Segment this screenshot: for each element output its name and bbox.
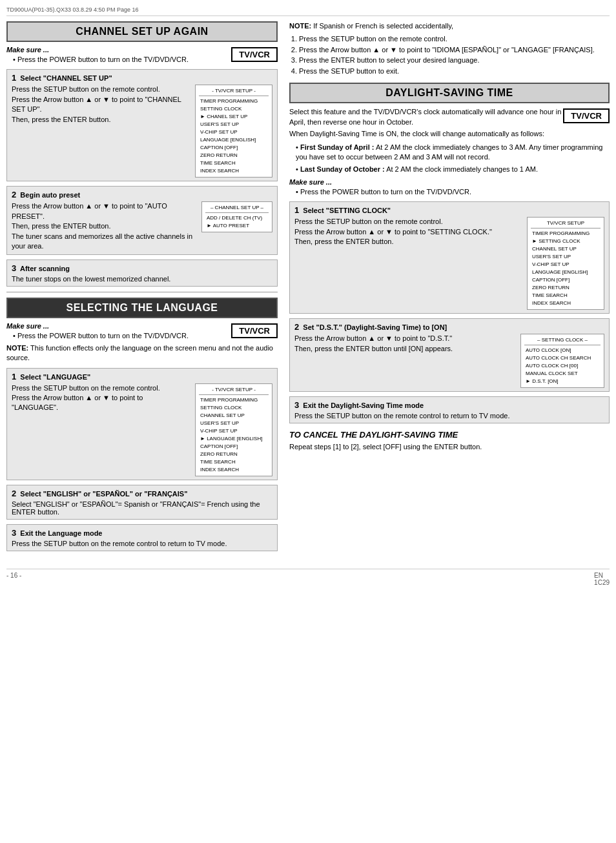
top-note: NOTE: If Spanish or French is selected a… [289,21,610,31]
channel-tv-vcr-badge: TV/VCR [231,47,278,62]
cancel-heading: TO CANCEL THE DAYLIGHT-SAVING TIME [289,430,610,440]
channel-step1-text: Press the SETUP button on the remote con… [12,85,190,125]
channel-step3: 3 After scanning The tuner stops on the … [6,259,278,287]
language-step1: 1 Select "LANGUAGE" Press the SETUP butt… [6,368,278,480]
dst-step1-menu: TV/VCR SETUP TIMER PROGRAMMING SETTING C… [527,217,604,310]
top-note-steps: Press the SETUP button on the remote con… [299,34,610,76]
channel-step2: 2 Begin auto preset Press the Arrow butt… [6,186,278,255]
channel-step3-body: The tuner stops on the lowest memorized … [12,275,272,283]
channel-step1: 1 Select "CHANNEL SET UP" Press the SETU… [6,69,278,181]
dst-section-title: DAYLIGHT-SAVING TIME [289,83,610,103]
divider1 [6,292,278,292]
dst-step1: 1 Select "SETTING CLOCK" Press the SETUP… [289,201,610,314]
channel-step1-menu: - TV/VCR SETUP - TIMER PROGRAMMING SETTI… [195,85,272,178]
language-step2-header: 2 Select "ENGLISH" or "ESPAÑOL" or "FRAN… [12,489,272,498]
language-step3-body: Press the SETUP button on the remote con… [12,540,272,547]
dst-bullet-1: First Sunday of April : At 2 AM the cloc… [296,143,610,163]
dst-step2-menu: – SETTING CLOCK – AUTO CLOCK [ON] AUTO C… [520,334,604,388]
dst-make-sure-list: Press the POWER button to turn on the TV… [296,187,610,197]
dst-tv-vcr-badge: TV/VCR [563,108,610,123]
page-footer: - 16 - EN 1C29 [6,569,610,586]
channel-setup-title: CHANNEL SET UP AGAIN [6,21,278,42]
left-column: CHANNEL SET UP AGAIN TV/VCR Make sure ..… [6,21,278,556]
dst-step3-body: Press the SETUP button on the remote con… [294,412,604,420]
dst-step1-content: Press the SETUP button on the remote con… [294,217,604,310]
page-header: TD900UA(P01-35).QX33 03.8.29 4:50 PM Pag… [6,6,610,16]
page-container: TD900UA(P01-35).QX33 03.8.29 4:50 PM Pag… [6,6,610,586]
dst-step2-header: 2 Set "D.S.T." (Daylight-Saving Time) to… [294,322,604,332]
dst-intro-2: When Daylight-Saving Time is ON, the clo… [289,129,610,139]
channel-step3-header: 3 After scanning [12,263,272,273]
footer-lang-model: EN 1C29 [594,572,610,586]
channel-step2-content: Press the Arrow button ▲ or ▼ to point t… [12,201,272,251]
dst-bullet-list: First Sunday of April : At 2 AM the cloc… [296,143,610,175]
language-note: NOTE: This function effects only the lan… [6,343,278,363]
language-step1-header: 1 Select "LANGUAGE" [12,372,272,381]
dst-step1-text: Press the SETUP button on the remote con… [294,217,522,247]
dst-make-sure-bullet: Press the POWER button to turn on the TV… [296,187,610,197]
channel-step1-content: Press the SETUP button on the remote con… [12,85,272,178]
language-tv-vcr-badge: TV/VCR [231,323,278,338]
cancel-body: Repeat steps [1] to [2], select [OFF] us… [289,442,610,452]
channel-step2-menu: – CHANNEL SET UP – ADD / DELETE CH (TV) … [201,201,272,232]
language-step1-text: Press the SETUP button on the remote con… [12,383,190,413]
dst-step2: 2 Set "D.S.T." (Daylight-Saving Time) to… [289,318,610,392]
dst-step3-header: 3 Exit the Daylight-Saving Time mode [294,400,604,410]
language-step3-header: 3 Exit the Language mode [12,528,272,538]
channel-step2-text: Press the Arrow button ▲ or ▼ to point t… [12,201,196,251]
language-section-title: SELECTING THE LANGUAGE [6,298,278,318]
language-step1-content: Press the SETUP button on the remote con… [12,383,272,476]
dst-step2-content: Press the Arrow button ▲ or ▼ to point t… [294,334,604,388]
dst-step1-header: 1 Select "SETTING CLOCK" [294,205,604,215]
dst-step3: 3 Exit the Daylight-Saving Time mode Pre… [289,396,610,423]
dst-intro-1: Select this feature and the TV/DVD/VCR's… [289,107,610,127]
language-step2-body: Select "ENGLISH" or "ESPAÑOL"= Spanish o… [12,500,272,516]
dst-make-sure: Make sure ... [289,178,610,186]
language-step1-menu: - TV/VCR SETUP - TIMER PROGRAMMING SETTI… [195,383,272,476]
footer-page-num: - 16 - [6,572,21,586]
dst-bullet-2: Last Sunday of October : At 2 AM the clo… [296,165,610,174]
main-content: CHANNEL SET UP AGAIN TV/VCR Make sure ..… [6,21,610,556]
language-step2: 2 Select "ENGLISH" or "ESPAÑOL" or "FRAN… [6,485,278,520]
channel-step2-header: 2 Begin auto preset [12,190,272,199]
dst-step2-text: Press the Arrow button ▲ or ▼ to point t… [294,334,515,354]
right-column: NOTE: If Spanish or French is selected a… [289,21,610,556]
language-step3: 3 Exit the Language mode Press the SETUP… [6,524,278,551]
channel-step1-header: 1 Select "CHANNEL SET UP" [12,73,272,83]
